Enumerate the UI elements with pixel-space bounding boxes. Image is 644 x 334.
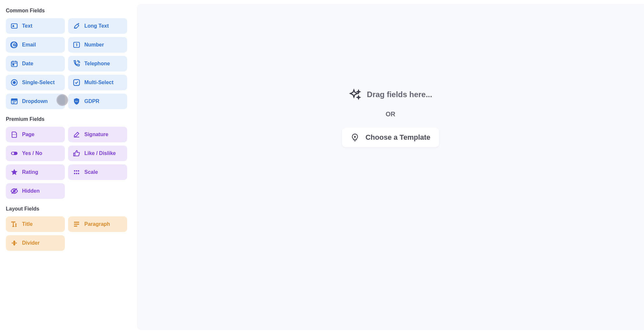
premium-fields-grid: Page Signature Yes / No Like / Dislike R… — [6, 127, 127, 199]
svg-point-24 — [355, 136, 356, 137]
svg-point-19 — [78, 170, 79, 172]
field-label: Page — [22, 132, 34, 137]
field-label: Rating — [22, 169, 38, 175]
svg-text:A: A — [13, 25, 14, 27]
field-like-dislike[interactable]: Like / Dislike — [68, 146, 127, 161]
hidden-icon — [10, 187, 18, 195]
field-label: Hidden — [22, 188, 40, 194]
svg-point-3 — [78, 23, 79, 24]
field-text[interactable]: A Text — [6, 18, 65, 34]
common-fields-grid: A Text Long Text Email Number Date Telep… — [6, 18, 127, 109]
svg-rect-13 — [11, 99, 17, 100]
field-label: Like / Dislike — [84, 150, 116, 156]
svg-point-22 — [78, 173, 79, 174]
title-icon — [10, 220, 18, 228]
template-btn-label: Choose a Template — [365, 133, 430, 142]
section-title-layout: Layout Fields — [6, 206, 127, 212]
field-label: Single-Select — [22, 80, 55, 85]
field-label: Divider — [22, 240, 40, 246]
svg-point-20 — [74, 173, 75, 174]
svg-rect-8 — [13, 64, 14, 65]
field-label: Paragraph — [84, 221, 110, 227]
paragraph-icon — [73, 220, 80, 228]
layout-fields-grid: Title Paragraph Divider — [6, 216, 127, 251]
svg-point-17 — [74, 170, 75, 172]
field-page[interactable]: Page — [6, 127, 65, 142]
field-email[interactable]: Email — [6, 37, 65, 53]
rating-icon — [10, 168, 18, 176]
field-label: Email — [22, 42, 36, 48]
telephone-icon — [73, 60, 80, 68]
svg-text:EU: EU — [75, 100, 78, 102]
field-label: Title — [22, 221, 33, 227]
scale-icon — [73, 168, 80, 176]
date-icon — [10, 60, 18, 68]
field-d:-dropdown[interactable]: Dropdown — [6, 94, 65, 109]
field-title[interactable]: Title — [6, 216, 65, 232]
or-separator: OR — [386, 110, 395, 118]
field-scale[interactable]: Scale — [68, 164, 127, 180]
gdpr-icon: EU — [73, 97, 80, 105]
svg-rect-7 — [11, 61, 17, 67]
section-title-common: Common Fields — [6, 8, 127, 14]
field-label: Yes / No — [22, 150, 42, 156]
svg-point-18 — [76, 170, 77, 172]
field-label: Number — [84, 42, 104, 48]
field-label: Date — [22, 61, 33, 67]
field-rating[interactable]: Rating — [6, 164, 65, 180]
field-label: Signature — [84, 132, 108, 137]
field-label: Telephone — [84, 61, 110, 67]
field-multi-select[interactable]: Multi-Select — [68, 75, 127, 90]
svg-point-21 — [76, 173, 77, 174]
svg-rect-0 — [11, 24, 17, 28]
choose-template-button[interactable]: Choose a Template — [342, 128, 439, 147]
field-label: Long Text — [84, 23, 109, 29]
field-label: Text — [22, 23, 32, 29]
multi-select-icon — [73, 79, 80, 86]
svg-point-10 — [13, 82, 16, 84]
section-title-premium: Premium Fields — [6, 116, 127, 122]
lightbulb-icon — [350, 133, 359, 142]
sparkle-icon — [349, 88, 361, 101]
dropdown-icon — [10, 97, 18, 105]
field-divider[interactable]: Divider — [6, 235, 65, 251]
fields-sidebar: Common Fields A Text Long Text Email Num… — [0, 0, 133, 334]
text-icon: A — [10, 22, 18, 30]
signature-icon — [73, 131, 80, 138]
field-number[interactable]: Number — [68, 37, 127, 53]
svg-point-16 — [12, 152, 14, 155]
field-yes-no[interactable]: Yes / No — [6, 146, 65, 161]
single-select-icon — [10, 79, 18, 86]
field-telephone[interactable]: Telephone — [68, 56, 127, 71]
drag-hint: Drag fields here... — [349, 88, 432, 101]
field-label: GDPR — [84, 98, 99, 104]
yes-no-icon — [10, 149, 18, 157]
field-gdpr[interactable]: EU GDPR — [68, 94, 127, 109]
email-icon — [10, 41, 18, 49]
number-icon — [73, 41, 80, 49]
like-dislike-icon — [73, 149, 80, 157]
field-label: Scale — [84, 169, 98, 175]
field-long-text[interactable]: Long Text — [68, 18, 127, 34]
long-text-icon — [73, 22, 80, 30]
field-signature[interactable]: Signature — [68, 127, 127, 142]
field-label: Multi-Select — [84, 80, 114, 85]
field-paragraph[interactable]: Paragraph — [68, 216, 127, 232]
field-date[interactable]: Date — [6, 56, 65, 71]
field-label: Dropdown — [22, 98, 48, 104]
divider-icon — [10, 239, 18, 247]
page-icon — [10, 131, 18, 138]
form-canvas[interactable]: Drag fields here... OR Choose a Template — [137, 4, 644, 330]
field-hidden[interactable]: Hidden — [6, 183, 65, 199]
field-single-select[interactable]: Single-Select — [6, 75, 65, 90]
drag-hint-text: Drag fields here... — [367, 90, 432, 99]
